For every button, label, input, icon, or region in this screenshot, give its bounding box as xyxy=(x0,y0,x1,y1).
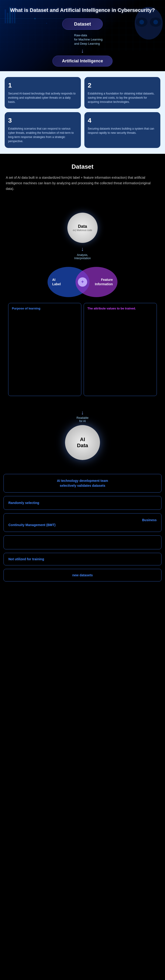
venn-center-symbol: + xyxy=(81,279,84,285)
cards-section: 1 Secured AI-based technology that activ… xyxy=(0,71,165,154)
analysis-arrow-icon: ↓ xyxy=(74,246,91,252)
dataset-info-title: Dataset xyxy=(6,163,159,170)
ai-data-circle: AI Data xyxy=(65,425,100,460)
dataset-badge: Dataset xyxy=(62,18,103,30)
purpose-box-right-title: The attribute values to be trained. xyxy=(87,307,153,310)
validation-section: AI technology development teamselectivel… xyxy=(0,472,165,587)
raw-data-label: Raw-datafor Machine Learningand Deep Lea… xyxy=(74,33,103,46)
not-utilized-box: Not utilized for training xyxy=(3,553,162,565)
card-1: 1 Secured AI-based technology that activ… xyxy=(5,77,81,109)
card-4: 4 Securing datasets involves building a … xyxy=(84,112,160,148)
hero-section: What is Dataset and Artificial Intellige… xyxy=(0,0,165,71)
purpose-box-right: The attribute values to be trained. xyxy=(84,303,157,396)
venn-right-label: FeatureInformation xyxy=(95,278,113,286)
ai-data-section: ↓ Readablefor AI AI Data xyxy=(0,404,165,472)
readable-label: Readablefor AI xyxy=(77,416,88,423)
diagram-section: Data ex) Malicious code ↓ Analysis,Inter… xyxy=(0,208,165,404)
card-1-text: Secured AI-based technology that activel… xyxy=(8,91,77,104)
ai-data-label-line1: AI xyxy=(80,436,85,442)
ai-badge: Artificial Intelligence xyxy=(53,56,112,67)
card-2: 2 Establishing a foundation for obtainin… xyxy=(84,77,160,109)
data-circle-label: Data xyxy=(78,224,87,229)
new-datasets-text: new datasets xyxy=(8,573,157,577)
card-4-number: 4 xyxy=(88,117,157,124)
venn-center: + xyxy=(78,277,87,286)
data-circle: Data ex) Malicious code xyxy=(67,213,98,243)
purpose-section: Purpose of learning The attribute values… xyxy=(5,299,160,399)
validation-box-3-line1: Business xyxy=(8,518,157,523)
card-1-number: 1 xyxy=(8,82,77,89)
dataset-info-description: A set of AI data built in a standardized… xyxy=(6,175,159,191)
venn-left-label: AILabel xyxy=(52,278,61,286)
validation-box-2: Randomly selecting xyxy=(3,496,162,510)
card-3: 3 Establishing scenarios that can respon… xyxy=(5,112,81,148)
arrow-down-icon: ↓ xyxy=(81,48,84,54)
card-2-text: Establishing a foundation for obtaining … xyxy=(88,91,157,104)
validation-box-1: AI technology development teamselectivel… xyxy=(3,474,162,493)
spacer-box xyxy=(3,535,162,549)
validation-box-2-text: Randomly selecting xyxy=(8,501,157,505)
validation-box-1-text: AI technology development teamselectivel… xyxy=(8,478,157,488)
validation-box-3: Business Continuity Management (BMT) xyxy=(3,513,162,532)
card-4-text: Securing datasets involves building a sy… xyxy=(88,127,157,135)
venn-diagram: AILabel FeatureInformation + xyxy=(43,267,122,297)
analysis-label: Analysis,Interpretation xyxy=(74,253,91,260)
card-3-number: 3 xyxy=(8,117,77,124)
card-2-number: 2 xyxy=(88,82,157,89)
data-circle-sub-label: ex) Malicious code xyxy=(73,229,92,232)
new-datasets-box: new datasets xyxy=(3,569,162,581)
ai-data-label-line2: Data xyxy=(77,442,88,449)
dataset-info-section: Dataset A set of AI data built in a stan… xyxy=(0,154,165,208)
readable-arrow-icon: ↓ xyxy=(81,409,84,416)
purpose-box-left: Purpose of learning xyxy=(8,303,81,396)
card-3-text: Establishing scenarios that can respond … xyxy=(8,127,77,143)
not-utilized-text: Not utilized for training xyxy=(8,557,157,561)
page-title: What is Dataset and Artificial Intellige… xyxy=(5,7,160,14)
purpose-box-left-title: Purpose of learning xyxy=(12,307,78,310)
validation-box-3-line2: Continuity Management (BMT) xyxy=(8,523,157,527)
